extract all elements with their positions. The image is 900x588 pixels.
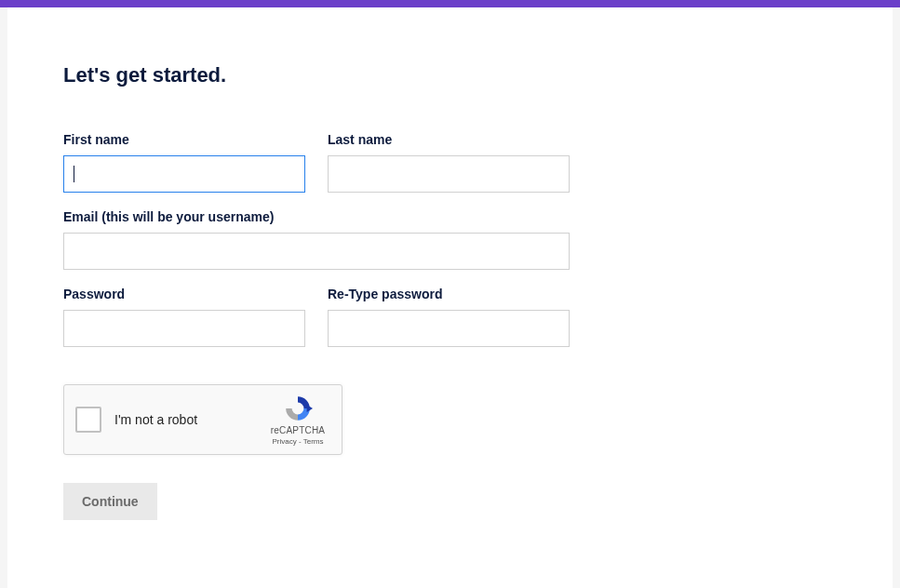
recaptcha-widget: I'm not a robot reCAPTCHA Privacy - Term… [63,384,343,455]
last-name-group: Last name [328,132,570,193]
first-name-group: First name [63,132,305,193]
password-input[interactable] [63,310,305,347]
top-accent-bar [0,0,900,7]
recaptcha-privacy-link[interactable]: Privacy [273,437,297,446]
email-group: Email (this will be your username) [63,209,570,270]
last-name-label: Last name [328,132,570,147]
page-title: Let's get started. [63,63,837,87]
text-caret [74,166,74,182]
password-row: Password Re-Type password [63,287,837,347]
name-row: First name Last name [63,132,837,193]
first-name-input[interactable] [63,155,305,193]
first-name-label: First name [63,132,305,147]
email-row: Email (this will be your username) [63,209,837,270]
recaptcha-terms-link[interactable]: Terms [303,437,324,446]
recaptcha-checkbox[interactable] [75,407,101,433]
recaptcha-links: Privacy - Terms [273,437,324,446]
signup-card: Let's get started. First name Last name … [7,7,893,588]
last-name-input[interactable] [328,155,570,193]
recaptcha-link-separator: - [297,437,303,446]
email-input[interactable] [63,233,570,270]
recaptcha-branding: reCAPTCHA Privacy - Terms [265,394,330,446]
continue-button[interactable]: Continue [63,483,157,520]
password-group: Password [63,287,305,347]
retype-password-label: Re-Type password [328,287,570,301]
recaptcha-icon [283,394,313,423]
recaptcha-brand-text: reCAPTCHA [271,425,325,435]
svg-marker-0 [307,405,313,412]
password-label: Password [63,287,305,301]
recaptcha-label: I'm not a robot [114,412,265,427]
email-label: Email (this will be your username) [63,209,570,224]
retype-password-input[interactable] [328,310,570,347]
retype-password-group: Re-Type password [328,287,570,347]
